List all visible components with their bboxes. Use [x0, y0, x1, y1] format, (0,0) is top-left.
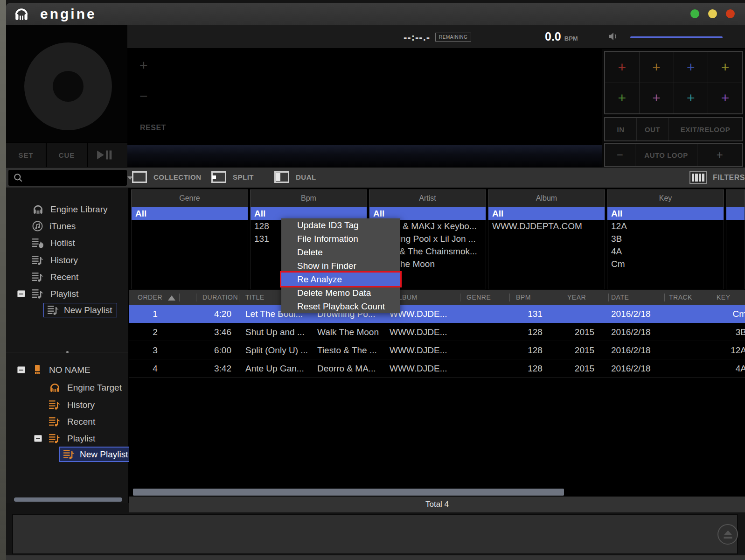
filters-button[interactable]: FILTERS [689, 171, 745, 184]
column-header-key[interactable]: KEY [717, 290, 731, 305]
device-item-no-name[interactable]: NO NAME [6, 361, 128, 378]
device-item-recent[interactable]: Recent [6, 413, 128, 430]
search-input[interactable] [26, 173, 125, 182]
filter-column-header[interactable] [726, 189, 745, 207]
view-toggle-split[interactable]: SPLIT [211, 171, 254, 183]
sidebar-item-engine-library[interactable]: Engine Library [6, 201, 128, 218]
hot-cue-button-3[interactable]: + [674, 52, 708, 83]
view-toggle-collection[interactable]: COLLECTION [132, 171, 202, 183]
filter-column-header[interactable]: Bpm [250, 189, 367, 207]
window-button-yellow[interactable] [708, 9, 717, 18]
play-pause-button[interactable] [88, 143, 127, 167]
hot-cue-button-6[interactable]: + [640, 83, 674, 114]
filter-item[interactable]: All [488, 207, 605, 220]
filter-item[interactable]: 3B [607, 232, 724, 245]
sidebar-item-playlist[interactable]: Playlist [6, 285, 128, 302]
context-menu-item-update-id3-tag[interactable]: Update ID3 Tag [281, 218, 400, 232]
cue-button[interactable]: CUE [47, 143, 87, 167]
track-row-1[interactable]: 14:20Let The Bodi...Drowning Po...WWW.DJ… [129, 305, 745, 323]
column-header-genre[interactable]: GENRE [466, 290, 491, 305]
context-menu-item-delete-memo-data[interactable]: Delete Memo Data [281, 286, 400, 300]
filter-item[interactable]: 4A [607, 245, 724, 258]
sidebar-item-new-playlist[interactable]: New Playlist [6, 301, 128, 319]
header-separator[interactable] [460, 294, 460, 301]
jog-wheel[interactable] [24, 42, 112, 130]
track-row-4[interactable]: 43:42Ante Up Gan...Deorro & MA...WWW.DJD… [129, 359, 745, 378]
header-separator[interactable] [196, 294, 196, 301]
column-header-duration[interactable]: DURATION [202, 290, 238, 305]
search-box[interactable] [8, 170, 127, 186]
device-item-history[interactable]: History [6, 396, 128, 413]
device-item-playlist[interactable]: Playlist [6, 430, 128, 447]
eject-button[interactable] [717, 524, 738, 545]
loop-double-button[interactable]: + [697, 144, 742, 166]
column-header-track[interactable]: TRACK [669, 290, 692, 305]
collapse-toggle-icon[interactable] [17, 366, 25, 373]
column-header-title[interactable]: TITLE [245, 290, 265, 305]
context-menu-item-show-in-finder[interactable]: Show in Finder [281, 259, 400, 273]
filter-column-header[interactable]: Genre [131, 189, 248, 207]
filter-item[interactable]: All [251, 207, 367, 220]
header-separator[interactable] [509, 294, 510, 301]
loop-out-button[interactable]: OUT [637, 118, 668, 140]
filter-column-header[interactable]: Key [607, 189, 724, 207]
column-header-year[interactable]: YEAR [567, 290, 586, 305]
context-menu-item-reset-playback-count[interactable]: Reset Playback Count [281, 300, 400, 313]
column-header-date[interactable]: DATE [611, 290, 629, 305]
hot-cue-button-2[interactable]: + [640, 52, 674, 83]
filter-item[interactable]: All [607, 207, 724, 220]
sidebar-item-itunes[interactable]: iTunes [6, 217, 128, 235]
sidebar-horizontal-scrollbar[interactable] [14, 497, 122, 502]
header-separator[interactable] [561, 294, 561, 301]
hot-cue-button-7[interactable]: + [674, 83, 708, 114]
sidebar-splitter[interactable] [6, 352, 128, 353]
context-menu-item-re-analyze[interactable]: Re Analyze [281, 273, 400, 286]
header-separator[interactable] [179, 294, 180, 301]
track-row-2[interactable]: 23:46Shut Up and ...Walk The MoonWWW.DJD… [129, 323, 745, 341]
track-row-3[interactable]: 36:00Split (Only U) ...Tiesto & The ...W… [129, 341, 745, 359]
view-toggle-dual[interactable]: DUAL [274, 171, 316, 183]
filter-item[interactable]: 12A [607, 220, 724, 232]
exit-reloop-button[interactable]: EXIT/RELOOP [668, 118, 742, 140]
device-item-new-playlist[interactable]: New Playlist [6, 446, 128, 463]
window-button-red[interactable] [726, 9, 735, 18]
device-item-engine-target[interactable]: Engine Target [6, 379, 128, 396]
wave-reset-button[interactable]: RESET [140, 124, 166, 132]
volume-slider[interactable] [630, 36, 723, 38]
filter-item[interactable]: WWW.DJDEPTA.COM [488, 220, 605, 232]
filter-item[interactable] [726, 207, 745, 220]
context-menu-item-file-information[interactable]: File Information [281, 232, 400, 245]
table-horizontal-scrollbar[interactable] [133, 489, 564, 496]
sidebar-item-history[interactable]: History [6, 252, 128, 269]
column-header-order[interactable]: ORDER [138, 290, 175, 305]
hot-cue-button-4[interactable]: + [708, 52, 742, 83]
collapse-toggle-icon[interactable] [34, 435, 42, 442]
wave-zoom-in-button[interactable]: + [139, 57, 148, 73]
hot-cue-button-5[interactable]: + [605, 83, 639, 114]
speaker-icon[interactable] [608, 31, 620, 43]
filter-item[interactable]: Cm [607, 258, 724, 270]
auto-loop-button[interactable]: AUTO LOOP [635, 144, 697, 166]
column-header-bpm[interactable]: BPM [516, 290, 531, 305]
filter-item[interactable]: All [132, 207, 248, 220]
sidebar-item-hotlist[interactable]: Hotlist [6, 234, 128, 252]
sidebar-item-recent[interactable]: Recent [6, 268, 128, 286]
filter-column-header[interactable]: Album [488, 189, 605, 207]
header-separator[interactable] [239, 294, 239, 301]
context-menu-item-delete[interactable]: Delete [281, 245, 400, 259]
header-separator[interactable] [713, 294, 713, 301]
time-mode-toggle[interactable]: REMAINING [435, 33, 471, 42]
hot-cue-button-8[interactable]: + [708, 83, 742, 114]
filter-item[interactable]: All [369, 207, 486, 220]
window-button-green[interactable] [690, 9, 699, 18]
header-separator[interactable] [664, 294, 665, 301]
hot-cue-button-1[interactable]: + [605, 52, 639, 83]
filter-column-header[interactable]: Artist [369, 189, 486, 207]
loop-in-button[interactable]: IN [605, 118, 636, 140]
wave-zoom-out-button[interactable]: − [139, 88, 148, 104]
collapse-toggle-icon[interactable] [17, 290, 25, 297]
track-overview-strip[interactable] [127, 145, 602, 168]
header-separator[interactable] [608, 294, 609, 301]
set-button[interactable]: SET [6, 143, 47, 167]
loop-halve-button[interactable]: − [605, 144, 635, 166]
